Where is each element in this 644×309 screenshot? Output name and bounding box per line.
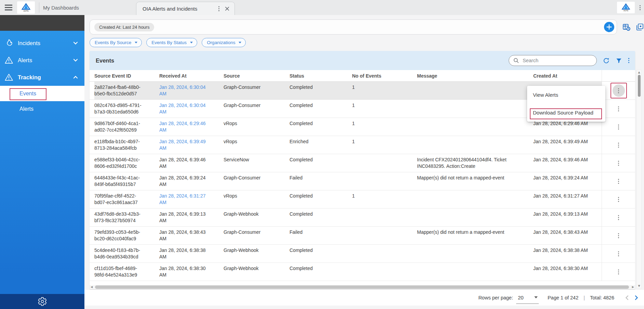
cell-status: Completed bbox=[290, 118, 352, 136]
panel-kebab-icon[interactable] bbox=[628, 57, 630, 64]
prev-page-button[interactable] bbox=[625, 295, 630, 300]
cell-status: Completed bbox=[290, 154, 352, 172]
saved-views-icon[interactable] bbox=[636, 23, 644, 31]
cell-message bbox=[417, 118, 533, 136]
column-header[interactable]: Status bbox=[290, 73, 352, 79]
cell-received-at[interactable]: Jan 28, 2024, 6:39:49 AM bbox=[159, 136, 224, 154]
vertical-scrollbar[interactable]: ▲ ▼ bbox=[636, 70, 642, 289]
tab-oia-alerts-and-incidents[interactable]: OIA Alerts and Incidents bbox=[136, 2, 235, 15]
row-kebab-button[interactable] bbox=[613, 175, 625, 187]
row-kebab-button[interactable] bbox=[613, 139, 625, 151]
cell-received-at[interactable]: Jan 28, 2024, 6:38:43 AM bbox=[159, 227, 224, 244]
column-header[interactable]: Source bbox=[224, 73, 290, 79]
column-header[interactable]: No of Events bbox=[352, 73, 417, 79]
cell-message bbox=[417, 245, 533, 263]
filter-funnel-icon[interactable] bbox=[616, 57, 622, 64]
tab-kebab-icon[interactable] bbox=[218, 6, 220, 12]
sidebar-subitem-events[interactable]: Events bbox=[0, 86, 84, 101]
sidebar-item-tracking[interactable]: Tracking bbox=[0, 69, 84, 86]
sidebar-item-incidents[interactable]: Incidents bbox=[0, 35, 84, 52]
rows-per-page-select[interactable]: 20 bbox=[516, 295, 539, 304]
row-kebab-button[interactable] bbox=[613, 211, 625, 224]
horizontal-scrollbar[interactable]: ◀ ▶ bbox=[90, 285, 635, 289]
cell-source-event-id: 9d867b0f-d460-4ca1-ad02-7cc42f650269 bbox=[94, 118, 159, 136]
table-row[interactable]: 5c4dee40-f183-4b7b-b4d6-0ea9534b39cd Jan… bbox=[90, 245, 635, 263]
nav-my-dashboards[interactable]: My Dashboards bbox=[43, 5, 79, 11]
logo-text: AOTS bbox=[23, 10, 28, 12]
account-logo[interactable]: AOTS bbox=[617, 2, 635, 13]
sidebar-item-label: Alerts bbox=[18, 57, 68, 64]
cell-status: Failed bbox=[290, 172, 352, 190]
cell-received-at[interactable]: Jan 28, 2024, 6:31:27 AM bbox=[159, 190, 224, 208]
table-row[interactable]: 6448433e-f43c-41ac-849f-b6a5f49315b7 Jan… bbox=[90, 172, 635, 190]
topbar-kebab-icon[interactable] bbox=[639, 5, 641, 11]
scroll-right-icon[interactable]: ▶ bbox=[632, 286, 634, 288]
cell-received-at[interactable]: Jan 28, 2024, 6:39:46 AM bbox=[159, 154, 224, 172]
filter-chip-events-by-source[interactable]: Events By Source bbox=[90, 38, 142, 47]
cell-received-at[interactable]: Jan 28, 2024, 6:38:38 AM bbox=[159, 245, 224, 263]
table-row[interactable]: cf11d105-fbef-4689-98fd-64e524a313e9 Jan… bbox=[90, 263, 635, 281]
cell-no-of-events: 1 bbox=[352, 118, 417, 136]
add-filter-button[interactable] bbox=[604, 22, 614, 32]
horizontal-scrollbar-thumb[interactable] bbox=[95, 285, 629, 289]
table-row[interactable]: 43df76d8-de33-42b3-bf73-f8c327b50974 Jan… bbox=[90, 209, 635, 227]
sidebar-subitem-alerts[interactable]: Alerts bbox=[0, 101, 84, 117]
row-kebab-button[interactable] bbox=[613, 247, 625, 260]
cell-message: Mapper(s) did not return a mapped-event bbox=[417, 172, 533, 190]
cell-received-at[interactable]: Jan 28, 2024, 6:39:13 AM bbox=[159, 209, 224, 226]
row-kebab-button[interactable] bbox=[613, 157, 625, 169]
table-schedule-icon[interactable] bbox=[622, 23, 631, 31]
cell-source-event-id: 082c4763-d985-4791-b7a3-0b31eda650d6 bbox=[94, 100, 159, 118]
row-kebab-button[interactable] bbox=[613, 103, 625, 115]
menu-item-view-alerts[interactable]: View Alerts bbox=[527, 86, 605, 104]
cell-received-at[interactable]: Jan 28, 2024, 6:29:46 AM bbox=[159, 118, 224, 136]
hamburger-menu-icon[interactable] bbox=[3, 3, 14, 12]
table-row[interactable]: 79efd393-c053-4e5b-bc20-d62cc040fac9 Jan… bbox=[90, 227, 635, 245]
scroll-down-icon[interactable]: ▼ bbox=[638, 285, 640, 287]
table-header-row: Source Event IDReceived AtSourceStatusNo… bbox=[90, 70, 635, 82]
table-row[interactable]: 70f95fae-cf6f-4522-bd07-ec3c861aac37 Jan… bbox=[90, 190, 635, 209]
sidebar-item-alerts[interactable]: Alerts bbox=[0, 52, 84, 69]
scroll-left-icon[interactable]: ◀ bbox=[91, 286, 93, 288]
column-header[interactable]: Created At bbox=[533, 73, 602, 79]
cell-received-at[interactable]: Jan 28, 2024, 6:39:24 AM bbox=[159, 172, 224, 190]
row-kebab-button[interactable] bbox=[613, 121, 625, 133]
search-box[interactable] bbox=[509, 55, 597, 66]
cell-no-of-events: 1 bbox=[352, 136, 417, 154]
cell-actions bbox=[602, 118, 635, 136]
row-kebab-button[interactable] bbox=[613, 193, 625, 205]
sidebar-item-label: Tracking bbox=[18, 74, 68, 81]
search-icon bbox=[513, 57, 519, 64]
cell-actions bbox=[602, 190, 635, 208]
created-at-chip[interactable]: Created At: Last 24 hours bbox=[94, 23, 154, 31]
cell-received-at[interactable]: Jan 28, 2024, 6:30:04 AM bbox=[159, 82, 224, 99]
cell-received-at[interactable]: Jan 28, 2024, 6:38:30 AM bbox=[159, 263, 224, 281]
table-row[interactable]: e588ef33-b046-42cc-8606-ed32f4d1700c Jan… bbox=[90, 154, 635, 172]
next-page-button[interactable] bbox=[633, 295, 639, 300]
cell-created-at: Jan 28, 2024, 6:38:30 AM bbox=[533, 263, 602, 281]
app-logo[interactable]: AOTS bbox=[17, 1, 35, 14]
row-kebab-button[interactable] bbox=[613, 266, 625, 278]
table-row[interactable]: e118fbda-b10c-4b97-8713-284aca584fcb Jan… bbox=[90, 136, 635, 154]
column-header[interactable]: Source Event ID bbox=[94, 73, 159, 79]
column-header[interactable]: Message bbox=[417, 73, 533, 79]
row-kebab-button[interactable] bbox=[613, 229, 625, 242]
column-header-spacer bbox=[602, 70, 635, 81]
settings-gear-icon[interactable] bbox=[38, 297, 47, 306]
menu-item-download-source-payload[interactable]: Download Source Payload bbox=[527, 104, 605, 122]
tab-close-icon[interactable] bbox=[225, 6, 230, 11]
search-input[interactable] bbox=[523, 58, 596, 63]
filter-chip-events-by-status[interactable]: Events By Status bbox=[146, 38, 197, 47]
cell-status: Completed bbox=[290, 263, 352, 281]
cell-received-at[interactable]: Jan 28, 2024, 6:30:04 AM bbox=[159, 100, 224, 118]
cell-source: Graph-Consumer bbox=[224, 100, 290, 118]
filter-bar: Created At: Last 24 hours bbox=[90, 19, 644, 35]
row-kebab-button[interactable] bbox=[613, 84, 625, 97]
refresh-icon[interactable] bbox=[603, 57, 610, 64]
cell-created-at: Jan 28, 2024, 6:31:27 AM bbox=[533, 190, 602, 208]
cell-message: Incident CFX202401280644104df4. Ticket I… bbox=[417, 154, 533, 172]
vertical-scrollbar-thumb[interactable] bbox=[638, 75, 641, 97]
column-header[interactable]: Received At bbox=[159, 73, 224, 79]
filter-chip-organizations[interactable]: Organizations bbox=[202, 38, 246, 47]
scroll-up-icon[interactable]: ▲ bbox=[638, 71, 640, 74]
